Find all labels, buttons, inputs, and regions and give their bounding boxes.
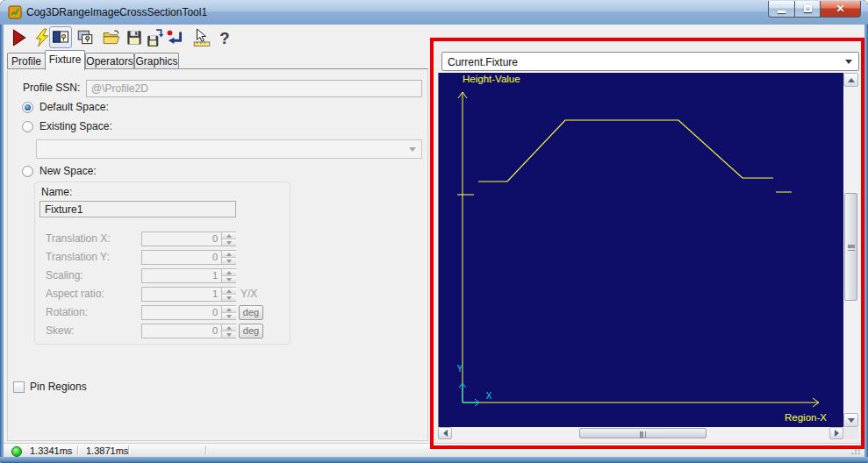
scroll-down-button[interactable] — [843, 413, 858, 427]
triangle-down-icon — [226, 278, 232, 281]
app-icon — [8, 5, 22, 19]
triangle-up-icon — [226, 234, 232, 238]
scroll-up-button[interactable] — [843, 73, 858, 87]
window-title: Cog3DRangeImageCrossSectionTool1 — [26, 6, 207, 18]
skew-spinner[interactable]: 0 — [141, 324, 236, 338]
spin-down-button[interactable] — [222, 295, 236, 301]
triangle-up-icon — [848, 78, 855, 82]
window-controls: ✕ — [768, 1, 861, 18]
scaling-label: Scaling: — [46, 269, 83, 281]
fixture-tab-page: Profile SSN: @\Profile2D Default Space: … — [7, 68, 428, 441]
resize-grip-icon[interactable] — [851, 446, 862, 456]
profile-ssn-field[interactable]: @\Profile2D — [86, 80, 422, 97]
existing-space-combo[interactable] — [36, 139, 422, 159]
tab-graphics[interactable]: Graphics — [134, 53, 179, 69]
show-result-display-button[interactable] — [49, 26, 72, 48]
display-selector-combo[interactable]: Current.Fixture — [441, 52, 859, 71]
run-icon[interactable] — [9, 28, 28, 47]
triangle-up-icon — [226, 289, 232, 293]
reset-icon[interactable] — [165, 28, 184, 47]
svg-text:?: ? — [219, 29, 229, 47]
save-as-icon[interactable] — [146, 28, 165, 47]
default-space-label: Default Space: — [39, 101, 109, 113]
tab-fixture[interactable]: Fixture — [45, 50, 85, 70]
rotation-deg-button[interactable]: deg — [239, 305, 263, 320]
status-time-1: 1.3341ms — [30, 445, 72, 456]
existing-space-label: Existing Space: — [39, 120, 112, 132]
spinner-buttons — [221, 288, 235, 301]
name-field[interactable]: Fixture1 — [39, 201, 236, 217]
vertical-scroll-thumb[interactable] — [844, 193, 857, 301]
pin-regions-label: Pin Regions — [30, 381, 87, 393]
translation-x-label: Translation X: — [46, 232, 111, 245]
chevron-down-icon — [845, 60, 852, 64]
scaling-value: 1 — [212, 270, 218, 281]
pin-regions-checkbox[interactable] — [13, 381, 25, 393]
maximize-button[interactable] — [795, 1, 820, 18]
minimize-button[interactable] — [768, 1, 795, 18]
triangle-up-icon — [226, 271, 232, 274]
thumb-grip-icon — [848, 245, 855, 251]
x-axis-title: Region-X — [785, 412, 827, 423]
spin-down-button[interactable] — [222, 258, 236, 264]
spin-up-button[interactable] — [222, 251, 236, 258]
scaling-spinner[interactable]: 1 — [141, 268, 236, 283]
horizontal-scrollbar[interactable] — [438, 427, 843, 439]
aspect-ratio-unit-label: Y/X — [240, 288, 257, 300]
rotation-value: 0 — [212, 307, 218, 317]
translation-y-spinner[interactable]: 0 — [141, 250, 236, 265]
close-button[interactable]: ✕ — [820, 1, 861, 18]
vertical-scrollbar[interactable] — [843, 73, 858, 427]
title-bar[interactable]: Cog3DRangeImageCrossSectionTool1 ✕ — [0, 0, 868, 25]
tab-profile[interactable]: Profile — [7, 53, 46, 69]
status-time-2: 1.3871ms — [86, 445, 128, 456]
spin-up-button[interactable] — [222, 232, 236, 239]
skew-deg-button[interactable]: deg — [239, 324, 263, 338]
aspect-ratio-label: Aspect ratio: — [46, 288, 104, 300]
aspect-ratio-value: 1 — [212, 288, 218, 299]
spin-up-button[interactable] — [222, 324, 236, 331]
rotation-label: Rotation: — [46, 306, 88, 318]
scroll-right-button[interactable] — [829, 427, 843, 439]
float-window-icon[interactable] — [75, 28, 95, 47]
translation-x-spinner[interactable]: 0 — [141, 232, 236, 246]
spin-up-button[interactable] — [222, 306, 236, 313]
open-file-icon[interactable] — [102, 28, 121, 47]
skew-label: Skew: — [46, 324, 75, 337]
existing-space-radio[interactable] — [22, 121, 33, 132]
profile-display-canvas[interactable]: Height-Value Region-X Y X — [438, 73, 843, 427]
close-icon: ✕ — [836, 3, 844, 15]
spin-down-button[interactable] — [222, 313, 236, 319]
spin-up-button[interactable] — [222, 269, 236, 276]
spin-up-button[interactable] — [222, 288, 236, 295]
new-space-label: New Space: — [39, 165, 97, 177]
tab-operators[interactable]: Operators — [85, 53, 134, 69]
display-selector-value: Current.Fixture — [448, 56, 518, 68]
scroll-left-button[interactable] — [438, 427, 452, 439]
aspect-ratio-spinner[interactable]: 1 — [141, 287, 236, 302]
status-ok-icon — [11, 446, 22, 457]
triangle-down-icon — [226, 333, 232, 337]
spinner-buttons — [221, 251, 235, 264]
triangle-up-icon — [226, 326, 232, 330]
spin-down-button[interactable] — [222, 239, 236, 246]
default-space-radio[interactable] — [22, 102, 33, 113]
help-icon[interactable]: ? — [215, 28, 234, 47]
thumb-grip-icon — [640, 431, 646, 438]
spin-down-button[interactable] — [222, 331, 236, 338]
interactive-graphics-icon[interactable] — [192, 28, 212, 47]
spinner-buttons — [221, 306, 235, 319]
new-space-radio[interactable] — [22, 166, 33, 177]
rotation-spinner[interactable]: 0 — [141, 305, 236, 320]
window-border-right — [864, 25, 868, 457]
spinner-buttons — [221, 269, 235, 282]
horizontal-scroll-thumb[interactable] — [579, 428, 707, 438]
triangle-down-icon — [226, 315, 232, 318]
translation-x-value: 0 — [212, 233, 218, 244]
save-icon[interactable] — [125, 28, 144, 47]
spin-down-button[interactable] — [222, 276, 236, 282]
spinner-buttons — [221, 232, 235, 246]
triangle-up-icon — [226, 308, 232, 311]
spinner-buttons — [221, 324, 235, 338]
profile-polyline — [478, 120, 773, 182]
